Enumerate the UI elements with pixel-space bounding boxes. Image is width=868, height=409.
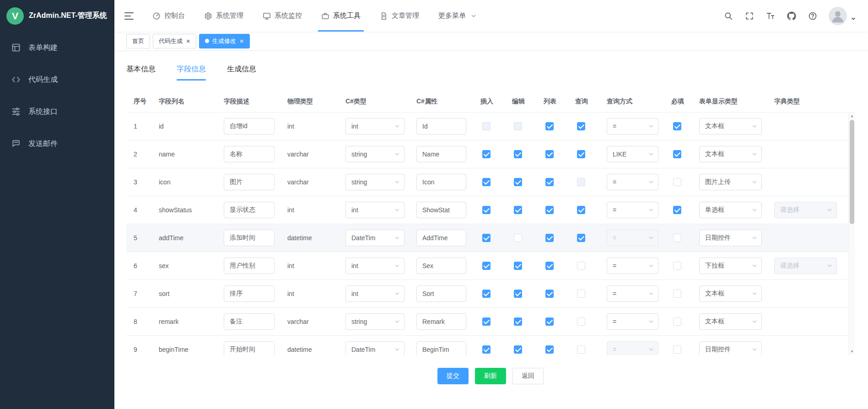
edit-checkbox[interactable]: [514, 234, 522, 242]
nav-item-system-tools[interactable]: 系统工具: [312, 0, 370, 32]
query-checkbox[interactable]: [577, 318, 585, 326]
workspace-tab-code-generation[interactable]: 代码生成 ×: [153, 34, 196, 48]
help-icon[interactable]: [808, 11, 818, 21]
required-checkbox[interactable]: [673, 122, 681, 130]
description-input[interactable]: 添加时间: [224, 230, 275, 246]
csharp-type-select[interactable]: int: [345, 118, 404, 135]
submit-button[interactable]: 提交: [437, 368, 469, 384]
required-checkbox[interactable]: [673, 262, 681, 270]
list-checkbox[interactable]: [545, 178, 554, 186]
dict-type-select[interactable]: 请选择: [774, 258, 837, 274]
query-type-select[interactable]: =: [607, 230, 658, 246]
workspace-tab-generate-edit[interactable]: 生成修改 ×: [199, 34, 250, 48]
edit-checkbox[interactable]: [514, 206, 522, 214]
display-type-select[interactable]: 日期控件: [699, 341, 762, 355]
description-input[interactable]: 备注: [224, 313, 275, 330]
edit-checkbox[interactable]: [514, 345, 522, 354]
nav-item-system-monitor[interactable]: 系统监控: [253, 0, 312, 32]
close-icon[interactable]: ×: [240, 38, 244, 44]
list-checkbox[interactable]: [545, 206, 554, 214]
edit-checkbox[interactable]: [514, 318, 522, 326]
display-type-select[interactable]: 文本框: [699, 146, 762, 162]
list-checkbox[interactable]: [545, 122, 554, 130]
display-type-select[interactable]: 文本框: [699, 285, 762, 302]
csharp-property-input[interactable]: Remark: [416, 313, 466, 330]
required-checkbox[interactable]: [673, 150, 681, 158]
sidebar-item-system-api[interactable]: 系统接口: [0, 96, 114, 128]
list-checkbox[interactable]: [545, 290, 554, 298]
github-icon[interactable]: [787, 11, 797, 21]
description-input[interactable]: 图片: [224, 174, 275, 190]
description-input[interactable]: 排序: [224, 285, 275, 302]
insert-checkbox[interactable]: [482, 290, 491, 298]
query-type-select[interactable]: =: [607, 174, 658, 190]
nav-item-dashboard[interactable]: 控制台: [143, 0, 194, 32]
sidebar-item-send-mail[interactable]: 发送邮件: [0, 128, 114, 160]
query-checkbox[interactable]: [577, 290, 585, 298]
csharp-type-select[interactable]: string: [345, 174, 404, 190]
list-checkbox[interactable]: [545, 318, 554, 326]
description-input[interactable]: 用户性别: [224, 258, 275, 274]
description-input[interactable]: 显示状态: [224, 202, 275, 218]
back-button[interactable]: 返回: [512, 368, 544, 384]
display-type-select[interactable]: 下拉框: [699, 258, 762, 274]
query-checkbox[interactable]: [577, 262, 585, 270]
edit-checkbox[interactable]: [514, 290, 522, 298]
nav-item-article-manage[interactable]: 文章管理: [370, 0, 429, 32]
description-input[interactable]: 开始时间: [224, 341, 275, 355]
csharp-type-select[interactable]: int: [345, 202, 404, 218]
refresh-button[interactable]: 刷新: [475, 368, 506, 384]
csharp-property-input[interactable]: Sort: [416, 285, 466, 302]
insert-checkbox[interactable]: [482, 318, 491, 326]
display-type-select[interactable]: 文本框: [699, 313, 762, 330]
csharp-property-input[interactable]: BeginTim: [416, 341, 466, 355]
description-input[interactable]: 自增id: [224, 118, 275, 135]
scroll-down-arrow[interactable]: ▼: [849, 350, 855, 354]
query-type-select[interactable]: =: [607, 118, 658, 135]
query-checkbox[interactable]: [577, 206, 585, 214]
display-type-select[interactable]: 日期控件: [699, 230, 762, 246]
hamburger-icon[interactable]: [124, 11, 135, 22]
avatar[interactable]: [829, 7, 847, 25]
list-checkbox[interactable]: [545, 345, 554, 354]
insert-checkbox[interactable]: [482, 150, 491, 158]
nav-item-system-manage[interactable]: 系统管理: [194, 0, 253, 32]
content-tab-basic-info[interactable]: 基本信息: [126, 65, 156, 81]
query-checkbox[interactable]: [577, 122, 585, 130]
required-checkbox[interactable]: [673, 178, 681, 186]
list-checkbox[interactable]: [545, 262, 554, 270]
csharp-type-select[interactable]: string: [345, 313, 404, 330]
insert-checkbox[interactable]: [482, 234, 491, 242]
insert-checkbox[interactable]: [482, 122, 491, 130]
edit-checkbox[interactable]: [514, 262, 522, 270]
csharp-type-select[interactable]: int: [345, 285, 404, 302]
chevron-down-icon[interactable]: [851, 16, 856, 22]
csharp-type-select[interactable]: string: [345, 146, 404, 162]
content-tab-generate-info[interactable]: 生成信息: [227, 65, 256, 81]
description-input[interactable]: 名称: [224, 146, 275, 162]
insert-checkbox[interactable]: [482, 178, 491, 186]
workspace-tab-home[interactable]: 首页: [126, 34, 150, 48]
sidebar-item-form-builder[interactable]: 表单构建: [0, 32, 114, 64]
query-type-select[interactable]: =: [607, 341, 658, 355]
query-checkbox[interactable]: [577, 150, 585, 158]
nav-item-more-menu[interactable]: 更多菜单: [429, 0, 486, 32]
csharp-property-input[interactable]: AddTime: [416, 230, 466, 246]
scrollbar-thumb[interactable]: [850, 120, 854, 224]
query-checkbox[interactable]: [577, 234, 585, 242]
list-checkbox[interactable]: [545, 150, 554, 158]
display-type-select[interactable]: 文本框: [699, 118, 762, 135]
csharp-property-input[interactable]: Sex: [416, 258, 466, 274]
query-type-select[interactable]: =: [607, 313, 658, 330]
query-type-select[interactable]: =: [607, 202, 658, 218]
display-type-select[interactable]: 图片上传: [699, 174, 762, 190]
search-icon[interactable]: [723, 11, 733, 21]
display-type-select[interactable]: 单选框: [699, 202, 762, 218]
csharp-property-input[interactable]: ShowStat: [416, 202, 466, 218]
csharp-type-select[interactable]: int: [345, 258, 404, 274]
insert-checkbox[interactable]: [482, 345, 491, 354]
csharp-property-input[interactable]: Id: [416, 118, 466, 135]
query-type-select[interactable]: LIKE: [607, 146, 658, 162]
edit-checkbox[interactable]: [514, 122, 522, 130]
insert-checkbox[interactable]: [482, 262, 491, 270]
